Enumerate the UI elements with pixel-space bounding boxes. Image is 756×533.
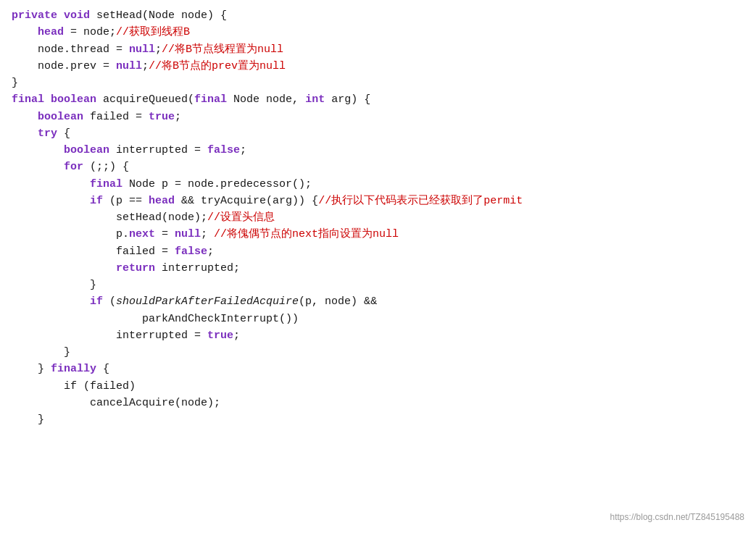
code-token: [12, 414, 38, 426]
code-token: [12, 111, 38, 123]
code-token: finally: [51, 363, 96, 375]
code-token: interrupted =: [12, 330, 207, 342]
code-token: =: [155, 228, 175, 240]
code-token: setHead(node);: [12, 211, 207, 224]
code-line: boolean interrupted = false;: [12, 142, 744, 159]
code-token: (p ==: [103, 195, 149, 207]
code-line: node.prev = null;//将B节点的prev置为null: [12, 58, 744, 75]
code-token: final: [194, 93, 227, 106]
code-token: boolean: [64, 144, 109, 156]
code-token: ;: [142, 60, 149, 72]
code-line: parkAndCheckInterrupt()): [12, 311, 744, 327]
code-token: }: [12, 346, 70, 358]
code-token: [12, 195, 90, 207]
watermark: https://blog.csdn.net/TZ845195488: [610, 511, 744, 524]
code-token: (;;) {: [83, 161, 129, 173]
code-token: node.prev =: [12, 60, 116, 72]
code-token: ;: [233, 330, 240, 342]
code-token: if (failed): [12, 380, 136, 393]
code-line: head = node;//获取到线程B: [12, 24, 744, 41]
code-token: acquireQueued(: [96, 93, 194, 106]
code-token: false: [175, 245, 207, 258]
code-token: ;: [175, 111, 181, 123]
code-token: Node p = node.predecessor();: [122, 178, 312, 190]
code-token: ;: [201, 228, 214, 240]
code-line: return interrupted;: [12, 260, 744, 277]
code-token: p.: [12, 228, 129, 240]
code-line: interrupted = true;: [12, 327, 744, 344]
code-token: next: [129, 228, 155, 240]
code-token: [12, 178, 90, 190]
code-token: }: [12, 279, 96, 291]
code-token: return: [116, 262, 155, 274]
code-token: //设置头信息: [207, 211, 275, 224]
code-token: false: [207, 144, 240, 156]
code-line: }: [12, 277, 744, 293]
code-token: failed =: [83, 111, 149, 123]
code-token: [12, 262, 116, 274]
code-token: failed =: [12, 245, 175, 258]
code-token: [12, 161, 64, 173]
code-token: void: [64, 9, 90, 22]
code-token: ;: [240, 144, 246, 156]
code-token: }: [38, 414, 44, 426]
code-token: arg) {: [325, 93, 370, 106]
code-token: [12, 127, 38, 140]
code-token: true: [149, 111, 175, 123]
code-token: //将B节点线程置为null: [162, 43, 283, 56]
code-line: node.thread = null;//将B节点线程置为null: [12, 41, 744, 58]
code-token: [12, 295, 90, 308]
code-token: boolean: [51, 93, 96, 106]
code-token: [12, 144, 64, 156]
code-line: private void setHead(Node node) {: [12, 7, 744, 24]
code-line: for (;;) {: [12, 159, 744, 175]
code-token: }: [12, 77, 18, 89]
code-token: && tryAcquire(arg)) {: [175, 195, 318, 207]
code-line: final Node p = node.predecessor();: [12, 176, 744, 193]
code-token: //获取到线程B: [116, 26, 190, 38]
code-token: null: [116, 60, 142, 72]
code-token: if: [90, 195, 103, 207]
code-token: null: [175, 228, 201, 240]
code-token: try: [38, 127, 57, 140]
code-line: }: [12, 344, 744, 361]
code-line: if (failed): [12, 378, 744, 395]
code-token: setHead(Node node) {: [90, 9, 227, 22]
code-token: ;: [155, 43, 162, 56]
code-token: (: [103, 295, 116, 308]
code-token: final: [90, 178, 122, 190]
code-container: private void setHead(Node node) { head =…: [12, 7, 744, 428]
code-token: [44, 93, 51, 106]
code-token: ;: [207, 245, 214, 258]
code-line: } finally {: [12, 361, 744, 377]
code-token: interrupted;: [155, 262, 240, 274]
code-token: {: [57, 127, 70, 140]
code-token: true: [207, 330, 233, 342]
code-token: shouldParkAfterFailedAcquire: [116, 295, 299, 308]
code-token: boolean: [38, 111, 83, 123]
code-line: }: [12, 75, 744, 91]
code-token: head: [38, 26, 64, 38]
code-line: if (shouldParkAfterFailedAcquire(p, node…: [12, 293, 744, 310]
code-token: int: [305, 93, 325, 106]
code-line: final boolean acquireQueued(final Node n…: [12, 91, 744, 108]
code-token: if: [90, 295, 103, 308]
code-token: cancelAcquire(node);: [12, 397, 220, 409]
code-token: = node;: [64, 26, 116, 38]
code-token: [12, 26, 38, 38]
code-line: boolean failed = true;: [12, 109, 744, 125]
code-line: cancelAcquire(node);: [12, 395, 744, 411]
code-token: node.thread =: [12, 43, 129, 56]
code-token: null: [129, 43, 155, 56]
code-line: p.next = null; //将傀偶节点的next指向设置为null: [12, 226, 744, 243]
code-token: private: [12, 9, 64, 22]
code-token: for: [64, 161, 83, 173]
code-token: //将B节点的prev置为null: [149, 60, 286, 72]
code-token: //将傀偶节点的next指向设置为null: [214, 228, 399, 240]
code-token: {: [96, 363, 109, 375]
code-token: //执行以下代码表示已经获取到了permit: [318, 195, 523, 207]
code-line: setHead(node);//设置头信息: [12, 209, 744, 226]
code-line: }: [12, 411, 744, 428]
code-token: }: [12, 363, 51, 375]
code-token: Node node,: [227, 93, 305, 106]
